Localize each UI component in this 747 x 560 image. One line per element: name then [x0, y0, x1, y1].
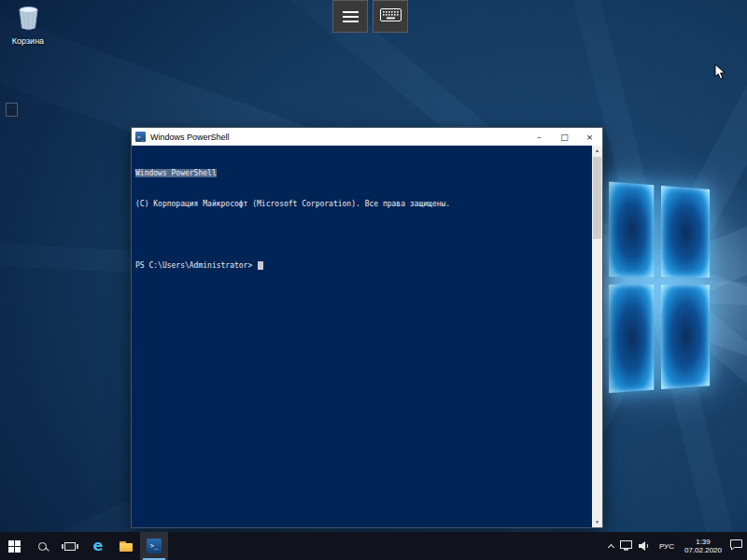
action-center-button[interactable] — [730, 532, 742, 560]
folder-icon — [120, 541, 133, 552]
taskbar: e >_ РУС 1:3 — [0, 532, 747, 560]
task-view-button[interactable] — [56, 532, 84, 560]
console-scrollbar[interactable]: ▲ ▼ — [592, 146, 602, 527]
console-blank-line — [135, 230, 599, 240]
file-explorer-button[interactable] — [112, 532, 140, 560]
search-icon — [38, 542, 47, 551]
text-cursor — [258, 261, 263, 270]
minimize-button[interactable]: – — [527, 128, 552, 146]
scrollbar-thumb[interactable] — [593, 157, 601, 239]
chevron-up-icon — [608, 543, 614, 550]
recycle-bin-label: Корзина — [12, 36, 44, 46]
recycle-bin-icon — [18, 6, 39, 35]
console-line: Windows PowerShell — [135, 168, 599, 178]
console-line: (C) Корпорация Майкрософт (Microsoft Cor… — [135, 199, 599, 209]
clock[interactable]: 1:39 07.02.2020 — [683, 538, 724, 554]
volume-icon — [639, 538, 651, 554]
search-button[interactable] — [28, 532, 56, 560]
window-title: Windows PowerShell — [150, 133, 527, 142]
keyboard-button[interactable] — [373, 0, 408, 33]
console-prompt: PS C:\Users\Administrator> — [135, 261, 257, 270]
powershell-icon: >_ — [147, 539, 162, 553]
language-indicator[interactable]: РУС — [657, 532, 676, 560]
volume-tray-button[interactable] — [639, 532, 651, 560]
close-button[interactable]: × — [577, 128, 602, 146]
action-center-icon — [730, 538, 742, 554]
powershell-taskbar-button[interactable]: >_ — [140, 532, 168, 560]
mouse-cursor — [714, 63, 726, 84]
window-titlebar[interactable]: >_ Windows PowerShell – □ × — [132, 128, 602, 146]
vm-console-toolbar — [332, 0, 408, 33]
windows-logo — [609, 182, 712, 401]
start-button[interactable] — [0, 532, 28, 560]
console-output[interactable]: Windows PowerShell (C) Корпорация Майкро… — [132, 146, 602, 527]
windows-logo-pane — [661, 285, 710, 389]
menu-button[interactable] — [332, 0, 368, 33]
internet-explorer-icon: e — [93, 539, 104, 553]
clock-date: 07.02.2020 — [684, 546, 722, 554]
keyboard-icon — [380, 8, 402, 25]
hamburger-icon — [343, 11, 359, 22]
desktop-icon-recycle-bin[interactable]: Корзина — [4, 6, 52, 46]
task-view-icon — [64, 542, 76, 551]
maximize-button[interactable]: □ — [552, 128, 577, 146]
system-tray: РУС 1:39 07.02.2020 — [609, 532, 747, 560]
scroll-up-icon[interactable]: ▲ — [592, 146, 602, 156]
display-tray-button[interactable] — [620, 532, 632, 560]
internet-explorer-button[interactable]: e — [84, 532, 112, 560]
hidden-icons-button[interactable] — [609, 532, 613, 560]
clock-time: 1:39 — [696, 538, 711, 546]
powershell-window-icon: >_ — [135, 132, 146, 142]
powershell-window: >_ Windows PowerShell – □ × Windows Powe… — [131, 127, 603, 528]
scroll-down-icon[interactable]: ▼ — [592, 517, 602, 527]
console-prompt-line: PS C:\Users\Administrator> — [135, 260, 599, 271]
windows-start-icon — [8, 540, 21, 553]
desktop-shortcut-icon[interactable] — [6, 103, 18, 117]
windows-logo-pane — [661, 186, 710, 278]
windows-logo-pane — [609, 285, 654, 393]
windows-logo-pane — [609, 182, 654, 277]
display-icon — [620, 538, 632, 554]
